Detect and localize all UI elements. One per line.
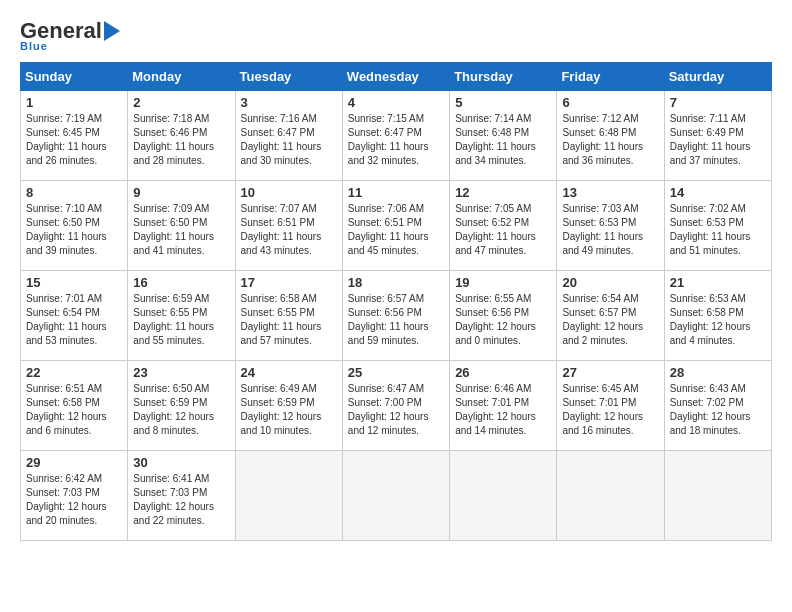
day-number: 14 bbox=[670, 185, 766, 200]
day-number: 5 bbox=[455, 95, 551, 110]
day-info: Sunrise: 7:14 AMSunset: 6:48 PMDaylight:… bbox=[455, 112, 551, 168]
calendar-table: SundayMondayTuesdayWednesdayThursdayFrid… bbox=[20, 62, 772, 541]
weekday-header: Monday bbox=[128, 63, 235, 91]
day-info: Sunrise: 6:50 AMSunset: 6:59 PMDaylight:… bbox=[133, 382, 229, 438]
calendar-day-cell: 10Sunrise: 7:07 AMSunset: 6:51 PMDayligh… bbox=[235, 181, 342, 271]
day-number: 17 bbox=[241, 275, 337, 290]
calendar-day-cell: 1Sunrise: 7:19 AMSunset: 6:45 PMDaylight… bbox=[21, 91, 128, 181]
calendar-day-cell: 13Sunrise: 7:03 AMSunset: 6:53 PMDayligh… bbox=[557, 181, 664, 271]
day-number: 11 bbox=[348, 185, 444, 200]
calendar-day-cell bbox=[557, 451, 664, 541]
calendar-day-cell: 7Sunrise: 7:11 AMSunset: 6:49 PMDaylight… bbox=[664, 91, 771, 181]
weekday-header: Wednesday bbox=[342, 63, 449, 91]
page-header: General Blue bbox=[20, 20, 772, 52]
day-info: Sunrise: 6:53 AMSunset: 6:58 PMDaylight:… bbox=[670, 292, 766, 348]
day-number: 10 bbox=[241, 185, 337, 200]
calendar-day-cell: 23Sunrise: 6:50 AMSunset: 6:59 PMDayligh… bbox=[128, 361, 235, 451]
weekday-header: Tuesday bbox=[235, 63, 342, 91]
day-number: 18 bbox=[348, 275, 444, 290]
calendar-day-cell: 6Sunrise: 7:12 AMSunset: 6:48 PMDaylight… bbox=[557, 91, 664, 181]
calendar-day-cell bbox=[450, 451, 557, 541]
day-number: 27 bbox=[562, 365, 658, 380]
calendar-week-row: 22Sunrise: 6:51 AMSunset: 6:58 PMDayligh… bbox=[21, 361, 772, 451]
day-info: Sunrise: 7:15 AMSunset: 6:47 PMDaylight:… bbox=[348, 112, 444, 168]
calendar-day-cell: 4Sunrise: 7:15 AMSunset: 6:47 PMDaylight… bbox=[342, 91, 449, 181]
calendar-day-cell: 5Sunrise: 7:14 AMSunset: 6:48 PMDaylight… bbox=[450, 91, 557, 181]
day-info: Sunrise: 7:09 AMSunset: 6:50 PMDaylight:… bbox=[133, 202, 229, 258]
day-info: Sunrise: 6:43 AMSunset: 7:02 PMDaylight:… bbox=[670, 382, 766, 438]
day-number: 30 bbox=[133, 455, 229, 470]
day-info: Sunrise: 6:46 AMSunset: 7:01 PMDaylight:… bbox=[455, 382, 551, 438]
day-info: Sunrise: 6:42 AMSunset: 7:03 PMDaylight:… bbox=[26, 472, 122, 528]
day-info: Sunrise: 6:41 AMSunset: 7:03 PMDaylight:… bbox=[133, 472, 229, 528]
calendar-day-cell: 14Sunrise: 7:02 AMSunset: 6:53 PMDayligh… bbox=[664, 181, 771, 271]
day-info: Sunrise: 7:07 AMSunset: 6:51 PMDaylight:… bbox=[241, 202, 337, 258]
day-info: Sunrise: 7:18 AMSunset: 6:46 PMDaylight:… bbox=[133, 112, 229, 168]
day-info: Sunrise: 6:55 AMSunset: 6:56 PMDaylight:… bbox=[455, 292, 551, 348]
day-number: 29 bbox=[26, 455, 122, 470]
logo: General Blue bbox=[20, 20, 120, 52]
calendar-day-cell: 8Sunrise: 7:10 AMSunset: 6:50 PMDaylight… bbox=[21, 181, 128, 271]
day-info: Sunrise: 6:57 AMSunset: 6:56 PMDaylight:… bbox=[348, 292, 444, 348]
calendar-day-cell: 2Sunrise: 7:18 AMSunset: 6:46 PMDaylight… bbox=[128, 91, 235, 181]
calendar-week-row: 8Sunrise: 7:10 AMSunset: 6:50 PMDaylight… bbox=[21, 181, 772, 271]
weekday-header-row: SundayMondayTuesdayWednesdayThursdayFrid… bbox=[21, 63, 772, 91]
calendar-week-row: 29Sunrise: 6:42 AMSunset: 7:03 PMDayligh… bbox=[21, 451, 772, 541]
logo-arrow-icon bbox=[104, 21, 120, 41]
calendar-day-cell: 29Sunrise: 6:42 AMSunset: 7:03 PMDayligh… bbox=[21, 451, 128, 541]
day-number: 4 bbox=[348, 95, 444, 110]
day-number: 25 bbox=[348, 365, 444, 380]
day-number: 20 bbox=[562, 275, 658, 290]
calendar-day-cell: 25Sunrise: 6:47 AMSunset: 7:00 PMDayligh… bbox=[342, 361, 449, 451]
calendar-day-cell bbox=[342, 451, 449, 541]
day-number: 26 bbox=[455, 365, 551, 380]
day-number: 3 bbox=[241, 95, 337, 110]
day-info: Sunrise: 7:05 AMSunset: 6:52 PMDaylight:… bbox=[455, 202, 551, 258]
weekday-header: Friday bbox=[557, 63, 664, 91]
day-info: Sunrise: 7:12 AMSunset: 6:48 PMDaylight:… bbox=[562, 112, 658, 168]
calendar-day-cell: 19Sunrise: 6:55 AMSunset: 6:56 PMDayligh… bbox=[450, 271, 557, 361]
day-info: Sunrise: 7:01 AMSunset: 6:54 PMDaylight:… bbox=[26, 292, 122, 348]
calendar-day-cell: 20Sunrise: 6:54 AMSunset: 6:57 PMDayligh… bbox=[557, 271, 664, 361]
day-info: Sunrise: 7:11 AMSunset: 6:49 PMDaylight:… bbox=[670, 112, 766, 168]
calendar-day-cell: 11Sunrise: 7:06 AMSunset: 6:51 PMDayligh… bbox=[342, 181, 449, 271]
day-number: 23 bbox=[133, 365, 229, 380]
calendar-day-cell: 26Sunrise: 6:46 AMSunset: 7:01 PMDayligh… bbox=[450, 361, 557, 451]
day-info: Sunrise: 6:47 AMSunset: 7:00 PMDaylight:… bbox=[348, 382, 444, 438]
day-number: 13 bbox=[562, 185, 658, 200]
day-number: 22 bbox=[26, 365, 122, 380]
calendar-day-cell: 30Sunrise: 6:41 AMSunset: 7:03 PMDayligh… bbox=[128, 451, 235, 541]
day-info: Sunrise: 7:16 AMSunset: 6:47 PMDaylight:… bbox=[241, 112, 337, 168]
calendar-day-cell: 9Sunrise: 7:09 AMSunset: 6:50 PMDaylight… bbox=[128, 181, 235, 271]
day-number: 24 bbox=[241, 365, 337, 380]
day-number: 16 bbox=[133, 275, 229, 290]
calendar-day-cell bbox=[235, 451, 342, 541]
day-number: 28 bbox=[670, 365, 766, 380]
calendar-week-row: 1Sunrise: 7:19 AMSunset: 6:45 PMDaylight… bbox=[21, 91, 772, 181]
weekday-header: Sunday bbox=[21, 63, 128, 91]
logo-general: General bbox=[20, 20, 102, 42]
day-info: Sunrise: 6:54 AMSunset: 6:57 PMDaylight:… bbox=[562, 292, 658, 348]
day-info: Sunrise: 6:51 AMSunset: 6:58 PMDaylight:… bbox=[26, 382, 122, 438]
day-number: 15 bbox=[26, 275, 122, 290]
calendar-day-cell: 12Sunrise: 7:05 AMSunset: 6:52 PMDayligh… bbox=[450, 181, 557, 271]
logo-blue: Blue bbox=[20, 40, 48, 52]
day-number: 21 bbox=[670, 275, 766, 290]
day-number: 19 bbox=[455, 275, 551, 290]
day-info: Sunrise: 7:10 AMSunset: 6:50 PMDaylight:… bbox=[26, 202, 122, 258]
day-info: Sunrise: 7:02 AMSunset: 6:53 PMDaylight:… bbox=[670, 202, 766, 258]
day-number: 8 bbox=[26, 185, 122, 200]
calendar-day-cell: 16Sunrise: 6:59 AMSunset: 6:55 PMDayligh… bbox=[128, 271, 235, 361]
calendar-day-cell: 28Sunrise: 6:43 AMSunset: 7:02 PMDayligh… bbox=[664, 361, 771, 451]
calendar-day-cell: 17Sunrise: 6:58 AMSunset: 6:55 PMDayligh… bbox=[235, 271, 342, 361]
day-number: 6 bbox=[562, 95, 658, 110]
day-number: 7 bbox=[670, 95, 766, 110]
day-info: Sunrise: 7:06 AMSunset: 6:51 PMDaylight:… bbox=[348, 202, 444, 258]
day-info: Sunrise: 6:58 AMSunset: 6:55 PMDaylight:… bbox=[241, 292, 337, 348]
calendar-day-cell: 18Sunrise: 6:57 AMSunset: 6:56 PMDayligh… bbox=[342, 271, 449, 361]
calendar-day-cell: 21Sunrise: 6:53 AMSunset: 6:58 PMDayligh… bbox=[664, 271, 771, 361]
day-info: Sunrise: 7:19 AMSunset: 6:45 PMDaylight:… bbox=[26, 112, 122, 168]
day-number: 2 bbox=[133, 95, 229, 110]
day-info: Sunrise: 6:59 AMSunset: 6:55 PMDaylight:… bbox=[133, 292, 229, 348]
day-number: 12 bbox=[455, 185, 551, 200]
